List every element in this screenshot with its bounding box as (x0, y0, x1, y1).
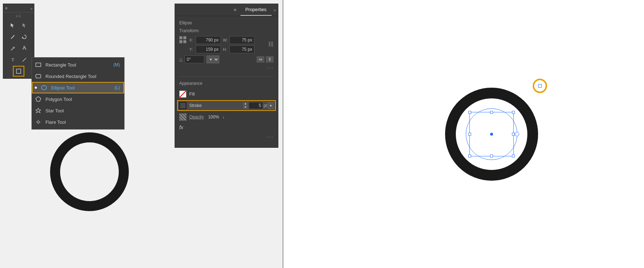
stroke-swatch[interactable] (179, 102, 186, 109)
magic-wand-tool-button[interactable] (8, 32, 18, 42)
rounded-rectangle-icon (35, 73, 42, 80)
rotation-dropdown[interactable]: ▾ (206, 55, 219, 63)
grid-cell-br (183, 40, 186, 43)
active-indicator (35, 87, 37, 89)
appearance-title: Appearance (179, 81, 274, 86)
h-input[interactable] (229, 45, 254, 53)
shape-tool-dropdown: Rectangle Tool (M) Rounded Rectangle Too… (31, 57, 125, 130)
fx-label[interactable]: fx (179, 125, 183, 130)
main-canvas[interactable] (283, 0, 644, 268)
rotation-row: △ ▾ ⇔ ⇕ (179, 55, 274, 63)
toolbox-close-icon[interactable]: ✕ (5, 6, 8, 11)
rectangle-icon (35, 61, 42, 68)
rectangle-tool-shortcut: (M) (113, 62, 120, 67)
grid-cell-bl (179, 40, 182, 43)
w-label: W: (223, 38, 228, 42)
polygon-tool-label: Polygon Tool (45, 97, 116, 102)
toolbox: ✕ » ⠿⠿ (3, 4, 34, 79)
star-icon (35, 107, 42, 114)
handle-top-left[interactable] (468, 111, 471, 114)
opacity-expand-icon[interactable]: › (223, 114, 224, 120)
fill-label: Fill (189, 92, 195, 97)
stroke-row[interactable]: Stroke ▲ ▼ pt ▾ (177, 100, 276, 111)
rounded-rectangle-tool-label: Rounded Rectangle Tool (45, 74, 116, 79)
transform-more-options[interactable]: ··· (179, 63, 274, 73)
opacity-label[interactable]: Opacity (189, 114, 204, 120)
transform-section: Transform X: (179, 28, 274, 77)
properties-tab[interactable]: Properties (240, 4, 272, 16)
left-canvas-circle-container (43, 125, 136, 218)
type-tool-button[interactable]: T (8, 55, 18, 65)
anchor-tool-button[interactable] (19, 43, 30, 53)
link-proportions-icon[interactable]: ⛓ (268, 41, 274, 48)
rectangle-tool-item[interactable]: Rectangle Tool (M) (32, 59, 124, 70)
direct-selection-tool-button[interactable] (19, 20, 30, 30)
tool-row-selection (3, 20, 34, 31)
object-type-label: Ellipse (179, 20, 274, 25)
svg-point-11 (37, 121, 39, 123)
y-input[interactable] (196, 45, 221, 53)
stroke-unit-label: pt (264, 103, 267, 108)
appearance-more-options[interactable]: ··· (179, 132, 274, 142)
flare-tool-label: Flare Tool (45, 120, 116, 125)
handle-top-right[interactable] (512, 111, 515, 114)
width-handle[interactable] (515, 132, 519, 136)
svg-marker-9 (36, 97, 41, 101)
selection-tool-button[interactable] (8, 20, 18, 30)
stroke-stepper-arrows: ▲ ▼ (243, 102, 248, 109)
rounded-rectangle-tool-item[interactable]: Rounded Rectangle Tool (32, 70, 124, 82)
grip-dots-icon: ⠿⠿ (16, 15, 21, 18)
tool-row-pen (3, 43, 34, 54)
star-tool-label: Star Tool (45, 108, 116, 113)
properties-panel-area: ✕ Properties » Ellipse Transform (172, 0, 283, 268)
ellipse-tool-label: Ellipse Tool (51, 85, 111, 91)
transform-yh-row: Y: H: (189, 45, 265, 53)
h-label: H: (223, 47, 228, 52)
rotation-input[interactable] (185, 55, 204, 63)
transform-xw-row: X: W: (189, 36, 265, 44)
stroke-decrement-button[interactable]: ▼ (243, 106, 248, 109)
grid-cell-tr (183, 36, 186, 39)
handle-bottom-left[interactable] (468, 155, 471, 157)
ellipse-tool-shortcut: (L) (114, 85, 120, 90)
toolbox-collapse-icon[interactable]: » (30, 6, 33, 11)
pen-tool-button[interactable] (8, 43, 18, 53)
handle-bottom-middle[interactable] (490, 155, 493, 157)
lasso-tool-button[interactable] (19, 32, 30, 42)
fill-swatch[interactable] (179, 91, 186, 98)
outer-circle-shape[interactable] (445, 88, 538, 181)
appearance-more-options-icon: ··· (267, 134, 274, 140)
handle-middle-left[interactable] (468, 133, 471, 136)
star-tool-item[interactable]: Star Tool (32, 105, 124, 116)
grid-cell-tl (179, 36, 182, 39)
fill-row: Fill (179, 89, 274, 99)
flip-vertical-button[interactable]: ⇕ (266, 56, 274, 63)
opacity-row: Opacity 100% › (179, 112, 274, 122)
w-input[interactable] (229, 36, 254, 44)
x-input[interactable] (196, 36, 221, 44)
stroke-stepper: ▲ ▼ pt ▾ (243, 102, 274, 109)
flare-tool-item[interactable]: Flare Tool (32, 116, 124, 128)
properties-panel: ✕ Properties » Ellipse Transform (175, 4, 278, 148)
transform-origin-icon[interactable] (179, 36, 186, 43)
flip-horizontal-button[interactable]: ⇔ (257, 56, 264, 63)
ellipse-tool-item[interactable]: Ellipse Tool (L) (32, 82, 124, 93)
flip-icons: ⇔ ⇕ (257, 56, 274, 63)
orange-circle-handle[interactable] (533, 79, 547, 93)
panel-close-icon[interactable]: ✕ (230, 5, 240, 15)
stroke-value-input[interactable] (249, 102, 263, 109)
selection-bounding-box (469, 112, 514, 156)
handle-bottom-right[interactable] (512, 155, 515, 157)
panel-body: Ellipse Transform (175, 16, 278, 147)
stroke-increment-button[interactable]: ▲ (243, 102, 248, 106)
handle-middle-right[interactable] (512, 133, 515, 136)
line-tool-button[interactable] (19, 55, 30, 65)
tool-row-shape (3, 65, 34, 77)
opacity-icon (179, 113, 186, 121)
stroke-options-dropdown[interactable]: ▾ (268, 102, 274, 109)
polygon-tool-item[interactable]: Polygon Tool (32, 93, 124, 105)
handle-top-middle[interactable] (490, 111, 493, 114)
transform-w-field: W: (223, 36, 254, 44)
panel-collapse-icon[interactable]: » (272, 6, 278, 14)
shape-tool-button[interactable] (13, 66, 24, 76)
